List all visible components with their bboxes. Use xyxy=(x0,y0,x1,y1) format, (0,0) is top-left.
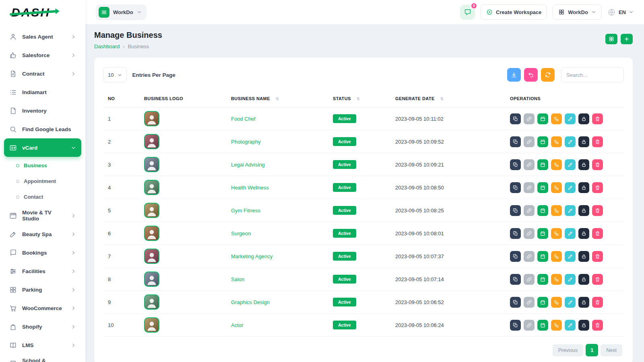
business-logo-avatar[interactable] xyxy=(144,294,159,310)
edit-button[interactable] xyxy=(565,159,576,170)
sort-icon[interactable]: ⇅ xyxy=(440,97,444,101)
link-button[interactable] xyxy=(524,251,535,262)
edit-button[interactable] xyxy=(565,136,576,147)
calendar-button[interactable] xyxy=(537,205,548,216)
lock-button[interactable] xyxy=(578,274,589,285)
sidebar-item-bookings[interactable]: Bookings xyxy=(4,243,81,262)
messages-button[interactable]: 0 xyxy=(460,5,475,20)
copy-button[interactable] xyxy=(510,251,521,262)
delete-button[interactable] xyxy=(592,113,603,124)
sidebar-item-find-google-leads[interactable]: Find Google Leads xyxy=(4,120,81,138)
calendar-button[interactable] xyxy=(537,136,548,147)
edit-button[interactable] xyxy=(565,205,576,216)
business-logo-avatar[interactable] xyxy=(144,180,159,195)
copy-button[interactable] xyxy=(510,320,521,331)
phone-button[interactable] xyxy=(551,251,562,262)
business-logo-avatar[interactable] xyxy=(144,111,159,126)
business-logo-avatar[interactable] xyxy=(144,317,159,333)
business-name-link[interactable]: Legal Advising xyxy=(231,162,265,168)
brand-logo[interactable]: DASH xyxy=(0,0,85,25)
pagination-next-button[interactable]: Next xyxy=(601,344,622,356)
calendar-button[interactable] xyxy=(537,320,548,331)
lock-button[interactable] xyxy=(578,297,589,308)
edit-button[interactable] xyxy=(565,113,576,124)
edit-button[interactable] xyxy=(565,274,576,285)
sidebar-item-lms[interactable]: LMS xyxy=(4,336,81,354)
link-button[interactable] xyxy=(524,113,535,124)
phone-button[interactable] xyxy=(551,320,562,331)
pagination-previous-button[interactable]: Previous xyxy=(553,344,584,356)
delete-button[interactable] xyxy=(592,251,603,262)
business-logo-avatar[interactable] xyxy=(144,272,159,287)
lock-button[interactable] xyxy=(578,113,589,124)
phone-button[interactable] xyxy=(551,228,562,239)
phone-button[interactable] xyxy=(551,136,562,147)
link-button[interactable] xyxy=(524,136,535,147)
business-name-link[interactable]: Surgeon xyxy=(231,230,251,237)
phone-button[interactable] xyxy=(551,297,562,308)
sidebar-item-parking[interactable]: Parking xyxy=(4,280,81,299)
sidebar-item-movie-tv-studio[interactable]: Movie & TV Studio xyxy=(4,206,81,225)
copy-button[interactable] xyxy=(510,205,521,216)
sidebar-item-shopify[interactable]: Shopify xyxy=(4,317,81,336)
delete-button[interactable] xyxy=(592,159,603,170)
phone-button[interactable] xyxy=(551,113,562,124)
sidebar-item-vcard[interactable]: vCard xyxy=(4,138,81,157)
copy-button[interactable] xyxy=(510,136,521,147)
edit-button[interactable] xyxy=(565,182,576,193)
undo-button[interactable] xyxy=(524,68,538,82)
sidebar-item-school-institute[interactable]: School & Institute xyxy=(4,354,81,362)
business-logo-avatar[interactable] xyxy=(144,249,159,264)
add-business-button[interactable] xyxy=(621,34,633,44)
sidebar-subitem-business[interactable]: Business xyxy=(16,158,81,173)
link-button[interactable] xyxy=(524,159,535,170)
sidebar-item-facilities[interactable]: Facilities xyxy=(4,262,81,280)
edit-button[interactable] xyxy=(565,297,576,308)
sidebar-item-woocommerce[interactable]: WooCommerce xyxy=(4,299,81,317)
link-button[interactable] xyxy=(524,274,535,285)
business-name-link[interactable]: Graphics Design xyxy=(231,299,270,305)
business-logo-avatar[interactable] xyxy=(144,203,159,218)
breadcrumb-dashboard-link[interactable]: Dashboard xyxy=(94,43,120,49)
column-header-status[interactable]: STATUS⇅ xyxy=(328,93,390,107)
calendar-button[interactable] xyxy=(537,113,548,124)
phone-button[interactable] xyxy=(551,274,562,285)
delete-button[interactable] xyxy=(592,274,603,285)
sidebar-item-beauty-spa[interactable]: Beauty Spa xyxy=(4,225,81,243)
lock-button[interactable] xyxy=(578,251,589,262)
lock-button[interactable] xyxy=(578,205,589,216)
search-input[interactable] xyxy=(561,67,624,82)
link-button[interactable] xyxy=(524,297,535,308)
refresh-button[interactable] xyxy=(541,68,555,82)
business-name-link[interactable]: Gym Fitness xyxy=(231,208,260,214)
lock-button[interactable] xyxy=(578,320,589,331)
delete-button[interactable] xyxy=(592,136,603,147)
phone-button[interactable] xyxy=(551,205,562,216)
copy-button[interactable] xyxy=(510,297,521,308)
download-button[interactable] xyxy=(507,68,521,82)
link-button[interactable] xyxy=(524,228,535,239)
business-name-link[interactable]: Health Wellness xyxy=(231,185,269,191)
calendar-button[interactable] xyxy=(537,159,548,170)
sort-icon[interactable]: ⇅ xyxy=(357,97,360,101)
sidebar-item-salesforce[interactable]: Salesforce xyxy=(4,46,81,64)
create-workspace-button[interactable]: Create Workspace xyxy=(481,4,547,20)
business-name-link[interactable]: Food Chef xyxy=(231,116,256,122)
link-button[interactable] xyxy=(524,205,535,216)
calendar-button[interactable] xyxy=(537,251,548,262)
sidebar-subitem-contact[interactable]: Contact xyxy=(16,189,81,205)
copy-button[interactable] xyxy=(510,228,521,239)
calendar-button[interactable] xyxy=(537,182,548,193)
sort-icon[interactable]: ⇅ xyxy=(276,97,279,101)
business-name-link[interactable]: Actor xyxy=(231,322,243,328)
phone-button[interactable] xyxy=(551,182,562,193)
language-selector[interactable]: EN xyxy=(607,8,634,16)
copy-button[interactable] xyxy=(510,274,521,285)
sidebar-item-sales-agent[interactable]: Sales Agent xyxy=(4,27,81,46)
column-header-business-name[interactable]: BUSINESS NAME⇅ xyxy=(226,93,328,107)
business-logo-avatar[interactable] xyxy=(144,134,159,149)
business-logo-avatar[interactable] xyxy=(144,226,159,241)
delete-button[interactable] xyxy=(592,205,603,216)
delete-button[interactable] xyxy=(592,182,603,193)
phone-button[interactable] xyxy=(551,159,562,170)
